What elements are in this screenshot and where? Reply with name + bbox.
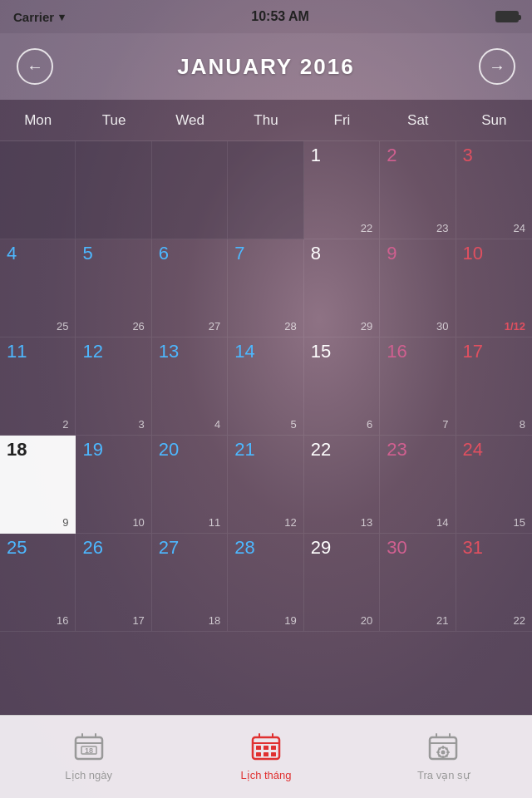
sub-number: 14 bbox=[436, 516, 448, 529]
sub-number: 10 bbox=[132, 516, 144, 529]
cal-cell[interactable]: 2617 bbox=[76, 534, 151, 632]
sub-number: 20 bbox=[361, 614, 372, 627]
cal-cell[interactable]: 930 bbox=[380, 239, 456, 337]
cal-cell[interactable] bbox=[152, 141, 228, 239]
tab-tra-van-su[interactable]: Tra vạn sự bbox=[355, 732, 532, 781]
cal-cell[interactable]: 3122 bbox=[456, 534, 532, 632]
sub-number: 1/12 bbox=[505, 320, 525, 332]
calendar-grid: 122223324425526627728829930101/121121231… bbox=[0, 141, 532, 632]
day-number: 21 bbox=[234, 441, 296, 459]
svg-rect-12 bbox=[264, 752, 268, 756]
sub-number: 22 bbox=[514, 614, 525, 627]
day-number: 25 bbox=[7, 539, 68, 557]
svg-rect-9 bbox=[264, 746, 268, 750]
sub-number: 5 bbox=[290, 418, 296, 431]
day-header-tue: Tue bbox=[76, 100, 151, 140]
day-header-mon: Mon bbox=[0, 100, 76, 140]
cal-cell[interactable]: 223 bbox=[380, 141, 456, 239]
svg-rect-10 bbox=[271, 746, 276, 750]
day-number: 5 bbox=[82, 244, 144, 263]
cal-cell[interactable]: 2112 bbox=[228, 436, 303, 534]
day-number: 26 bbox=[82, 539, 144, 557]
day-number: 23 bbox=[387, 441, 448, 459]
sub-number: 11 bbox=[209, 516, 220, 529]
day-number: 14 bbox=[234, 342, 296, 361]
cal-cell[interactable]: 178 bbox=[456, 337, 532, 436]
cal-cell[interactable]: 101/12 bbox=[456, 239, 532, 337]
sub-number: 22 bbox=[361, 222, 372, 234]
cal-cell[interactable]: 1910 bbox=[76, 436, 151, 534]
battery-icon bbox=[495, 11, 519, 22]
cal-cell[interactable]: 425 bbox=[0, 239, 76, 337]
cal-cell[interactable]: 167 bbox=[380, 337, 456, 436]
day-number: 17 bbox=[463, 342, 525, 361]
sub-number: 17 bbox=[132, 614, 144, 627]
cal-cell[interactable]: 2718 bbox=[152, 534, 228, 632]
gear-calendar-icon bbox=[428, 732, 458, 766]
sub-number: 21 bbox=[436, 614, 448, 627]
day-number: 10 bbox=[463, 244, 525, 263]
prev-arrow-icon: ← bbox=[27, 57, 43, 76]
cal-cell[interactable]: 3021 bbox=[380, 534, 456, 632]
sub-number: 29 bbox=[361, 320, 372, 332]
status-bar: Carrier ▾ 10:53 AM bbox=[0, 0, 532, 33]
sub-number: 16 bbox=[57, 614, 68, 627]
sub-number: 13 bbox=[361, 516, 372, 529]
cal-cell[interactable]: 2415 bbox=[456, 436, 532, 534]
sub-number: 18 bbox=[209, 614, 220, 627]
sub-number: 8 bbox=[520, 418, 525, 431]
cal-cell[interactable]: 123 bbox=[76, 337, 151, 436]
tab-lich-ngay[interactable]: 18 Lịch ngày bbox=[0, 732, 177, 781]
day-number: 4 bbox=[7, 244, 68, 263]
svg-line-25 bbox=[446, 756, 447, 756]
cal-cell[interactable]: 2920 bbox=[304, 534, 380, 632]
cal-cell[interactable]: 324 bbox=[456, 141, 532, 239]
cal-cell[interactable]: 2516 bbox=[0, 534, 76, 632]
cal-cell[interactable]: 189 bbox=[0, 436, 76, 534]
cal-cell[interactable]: 2011 bbox=[152, 436, 228, 534]
day-number: 7 bbox=[234, 244, 296, 263]
svg-line-27 bbox=[439, 756, 440, 756]
day-headers-row: MonTueWedThuFriSatSun bbox=[0, 100, 532, 141]
day-number: 22 bbox=[311, 441, 372, 459]
sub-number: 4 bbox=[214, 418, 220, 431]
day-number: 13 bbox=[159, 342, 220, 361]
cal-cell[interactable]: 156 bbox=[304, 337, 380, 436]
cal-cell[interactable] bbox=[76, 141, 151, 239]
cal-cell[interactable] bbox=[228, 141, 303, 239]
svg-rect-13 bbox=[271, 752, 276, 756]
time-display: 10:53 AM bbox=[251, 9, 309, 24]
cal-cell[interactable]: 2314 bbox=[380, 436, 456, 534]
prev-month-button[interactable]: ← bbox=[17, 48, 53, 85]
sub-number: 26 bbox=[132, 320, 144, 332]
wifi-icon: ▾ bbox=[59, 11, 65, 23]
cal-cell[interactable]: 627 bbox=[152, 239, 228, 337]
next-month-button[interactable]: → bbox=[479, 48, 515, 85]
cal-cell[interactable]: 728 bbox=[228, 239, 303, 337]
day-number: 28 bbox=[234, 539, 296, 557]
cal-cell[interactable]: 829 bbox=[304, 239, 380, 337]
cal-cell[interactable]: 526 bbox=[76, 239, 151, 337]
tab-lich-thang[interactable]: Lịch tháng bbox=[177, 732, 354, 781]
cal-cell[interactable] bbox=[0, 141, 76, 239]
tab-lich-ngay-label: Lịch ngày bbox=[65, 769, 112, 781]
svg-line-24 bbox=[439, 748, 440, 749]
day-number: 19 bbox=[82, 441, 144, 459]
day-number: 20 bbox=[159, 441, 220, 459]
sub-number: 6 bbox=[367, 418, 372, 431]
bottom-spacer bbox=[0, 632, 532, 715]
sub-number: 28 bbox=[284, 320, 296, 332]
month-calendar-icon bbox=[251, 732, 281, 766]
cal-cell[interactable]: 122 bbox=[304, 141, 380, 239]
sub-number: 12 bbox=[284, 516, 296, 529]
day-number: 15 bbox=[311, 342, 372, 361]
cal-cell[interactable]: 145 bbox=[228, 337, 303, 436]
day-number: 8 bbox=[311, 244, 372, 263]
cal-cell[interactable]: 2213 bbox=[304, 436, 380, 534]
day-number: 18 bbox=[7, 441, 68, 459]
cal-cell[interactable]: 2819 bbox=[228, 534, 303, 632]
cal-cell[interactable]: 134 bbox=[152, 337, 228, 436]
sub-number: 27 bbox=[209, 320, 220, 332]
cal-cell[interactable]: 112 bbox=[0, 337, 76, 436]
day-number: 24 bbox=[463, 441, 525, 459]
